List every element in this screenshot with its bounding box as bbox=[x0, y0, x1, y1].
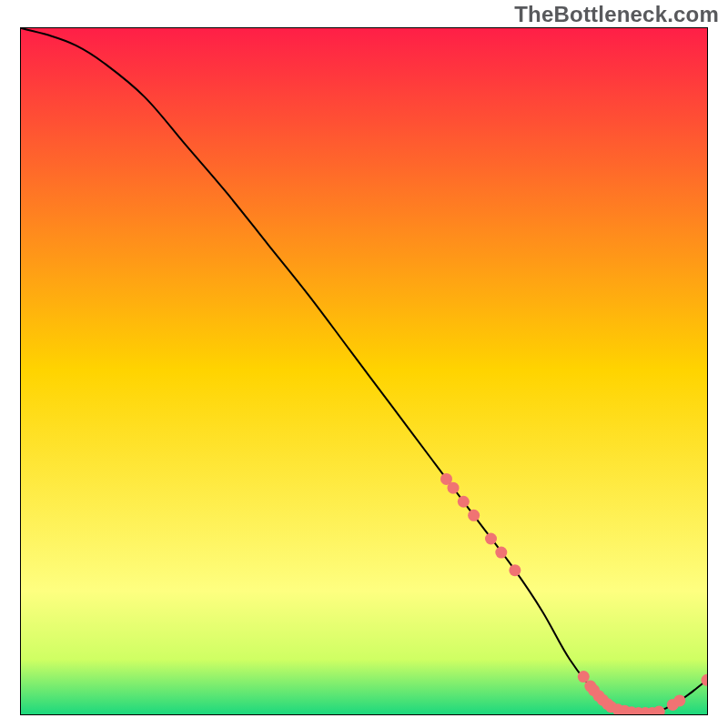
data-marker bbox=[673, 694, 685, 706]
chart-overlay bbox=[21, 28, 707, 714]
plot-area bbox=[20, 27, 708, 715]
watermark-text: TheBottleneck.com bbox=[514, 2, 719, 27]
data-marker bbox=[653, 705, 665, 714]
data-marker bbox=[468, 510, 480, 521]
marker-group bbox=[440, 473, 707, 714]
data-marker bbox=[485, 532, 497, 544]
data-marker bbox=[448, 482, 460, 494]
curve-line bbox=[21, 28, 707, 714]
data-marker bbox=[458, 496, 470, 508]
chart-container: TheBottleneck.com bbox=[0, 0, 728, 728]
data-marker bbox=[578, 671, 590, 682]
data-marker bbox=[509, 564, 521, 576]
data-marker bbox=[495, 547, 507, 559]
